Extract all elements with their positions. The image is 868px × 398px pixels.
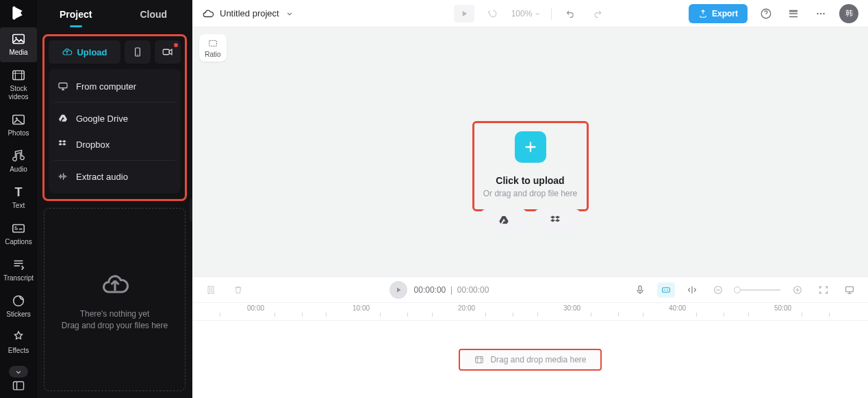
rail-effects[interactable]: Effects (0, 326, 37, 360)
svg-rect-28 (476, 356, 483, 362)
rail-audio[interactable]: Audio (0, 144, 37, 179)
svg-rect-22 (663, 287, 670, 292)
undo-button[interactable] (561, 5, 579, 23)
split-button[interactable] (202, 281, 220, 299)
empty-line1: There's nothing yet (80, 309, 150, 319)
rail-label-text: Text (12, 202, 25, 210)
menu-label: Google Drive (76, 114, 128, 124)
timeline-play-button[interactable] (390, 281, 407, 299)
menu-google-drive[interactable]: Google Drive (50, 105, 179, 131)
rail-label-media: Media (9, 49, 27, 57)
more-button[interactable] (812, 5, 830, 23)
stage-upload-plus[interactable] (515, 131, 546, 163)
svg-rect-4 (13, 71, 25, 80)
zoom-in-button[interactable] (789, 281, 806, 299)
timeline-ruler[interactable]: 00:00 10:00 20:00 30:00 40:00 50:00 (192, 303, 868, 321)
export-button[interactable]: Export (689, 4, 748, 23)
redo-button[interactable] (589, 5, 607, 23)
rail-label-stock: Stock videos (9, 85, 29, 101)
timeline-drop-zone[interactable]: Drag and drop media here (459, 349, 601, 371)
rewind-button (484, 5, 502, 23)
svg-rect-0 (12, 6, 15, 20)
menu-label: Dropbox (76, 140, 110, 150)
delete-button[interactable] (229, 281, 247, 299)
rail-media[interactable]: Media (0, 27, 37, 62)
svg-rect-9 (14, 382, 24, 390)
plus-icon (523, 140, 538, 155)
panels-button[interactable] (784, 5, 802, 23)
rail-stickers[interactable]: Stickers (0, 289, 37, 324)
play-button[interactable] (454, 5, 474, 23)
layout-button[interactable] (841, 281, 858, 299)
rail-label-effects: Effects (8, 347, 29, 355)
menu-dropbox[interactable]: Dropbox (50, 131, 179, 157)
svg-point-17 (823, 12, 824, 14)
auto-caption-button[interactable] (657, 282, 675, 297)
rail-label-stickers: Stickers (6, 310, 31, 319)
svg-rect-2 (13, 35, 25, 44)
zoom-slider-thumb[interactable] (734, 287, 741, 293)
google-drive-icon (57, 112, 69, 124)
rail-label-transcript: Transcript (3, 274, 34, 282)
svg-point-1 (21, 12, 24, 15)
project-title[interactable]: Untitled project (220, 8, 279, 18)
upload-title: Click to upload (496, 175, 564, 186)
svg-rect-21 (639, 286, 641, 291)
svg-point-15 (817, 12, 818, 14)
rail-captions[interactable]: Captions (0, 217, 37, 252)
rail-label-captions: Captions (5, 238, 31, 246)
upload-button[interactable]: Upload (49, 40, 120, 64)
text-icon: T (11, 185, 26, 200)
svg-rect-27 (846, 287, 854, 291)
svg-point-23 (664, 289, 665, 291)
time-readout: 00:00:00 | 00:00:00 (414, 285, 489, 295)
tab-cloud[interactable]: Cloud (115, 0, 193, 29)
menu-extract-audio[interactable]: Extract audio (50, 163, 179, 189)
rail-label-photos: Photos (8, 129, 29, 137)
upload-sub: Or drag and drop file here (483, 189, 577, 198)
ratio-button[interactable]: Ratio (199, 34, 227, 62)
svg-point-11 (137, 54, 138, 55)
user-avatar[interactable]: 韩 (839, 4, 858, 23)
cloud-status-icon[interactable] (202, 8, 214, 20)
svg-rect-20 (212, 286, 214, 293)
stage-gdrive-button[interactable] (481, 209, 526, 231)
rail-text[interactable]: T Text (0, 181, 37, 215)
chevron-down-icon[interactable] (285, 9, 294, 18)
fit-button[interactable] (815, 281, 832, 299)
ratio-icon (207, 38, 219, 49)
svg-point-24 (667, 289, 668, 291)
help-button[interactable] (757, 5, 775, 23)
export-icon (698, 9, 708, 18)
google-drive-icon (498, 214, 510, 226)
rail-transcript[interactable]: Transcript (0, 253, 37, 288)
app-logo[interactable] (5, 4, 31, 22)
cloud-upload-icon (62, 47, 73, 57)
zoom-dropdown[interactable]: 100% (511, 9, 542, 18)
zoom-out-button[interactable] (709, 281, 727, 299)
rail-photos[interactable]: Photos (0, 108, 37, 143)
tab-project[interactable]: Project (37, 0, 115, 29)
menu-from-computer[interactable]: From computer (50, 73, 179, 99)
rail-label-audio: Audio (10, 165, 27, 174)
record-indicator-dot (174, 43, 178, 47)
upload-from-phone-button[interactable] (125, 40, 151, 64)
stage-dropbox-button[interactable] (535, 209, 580, 231)
svg-rect-18 (209, 40, 217, 46)
svg-point-16 (820, 12, 821, 14)
svg-point-8 (14, 296, 24, 306)
rail-expand-toggle[interactable] (9, 366, 28, 377)
svg-rect-13 (59, 83, 67, 88)
dropbox-icon (550, 215, 564, 226)
stage-upload-card[interactable]: Click to upload Or drag and drop file he… (472, 121, 589, 211)
magnetic-button[interactable] (683, 281, 701, 299)
svg-rect-12 (163, 49, 169, 55)
zoom-slider[interactable] (735, 289, 780, 291)
rail-stock-videos[interactable]: Stock videos (0, 64, 37, 107)
record-button[interactable] (155, 40, 181, 64)
extract-audio-icon (57, 170, 69, 183)
media-drop-zone[interactable]: There's nothing yet Drag and drop your f… (44, 208, 186, 391)
rail-panel-toggle[interactable] (12, 379, 25, 393)
dropbox-icon (57, 138, 69, 150)
voiceover-button[interactable] (631, 281, 649, 299)
